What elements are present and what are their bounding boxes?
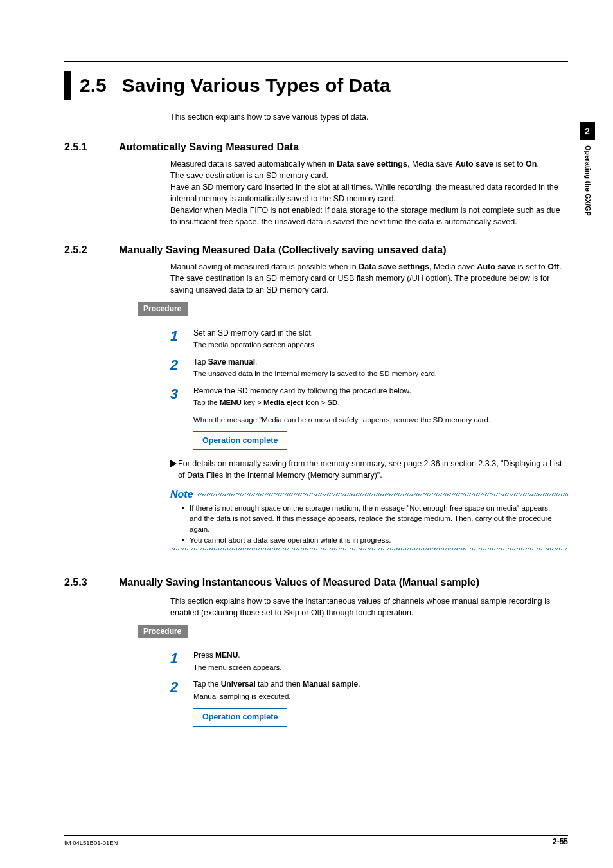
step-subtext: Tap the MENU key > Media eject icon > SD…: [193, 397, 568, 408]
text: Tap: [193, 357, 208, 366]
footer-doc-id: IM 04L51B01-01EN: [64, 838, 118, 847]
step-text: Set an SD memory card in the slot.: [193, 328, 568, 339]
title-accent-bar: [64, 71, 71, 100]
step-number-1: 1: [170, 650, 193, 665]
cross-reference: For details on manually saving from the …: [170, 458, 568, 481]
step-subtext: The unsaved data in the internal memory …: [193, 368, 568, 379]
paragraph: The save destination is an SD memory car…: [170, 170, 568, 181]
text-bold: Manual sample: [303, 680, 358, 689]
chapter-number-badge: 2: [580, 122, 595, 140]
paragraph: Have an SD memory card inserted in the s…: [170, 181, 568, 204]
step-number-2: 2: [170, 679, 193, 694]
procedure-label: Procedure: [138, 302, 188, 316]
title-rule: [64, 61, 568, 62]
text-bold: Auto save: [477, 262, 515, 271]
operation-complete-badge: Operation complete: [193, 708, 287, 726]
text: , Media save: [407, 159, 455, 168]
text: .: [255, 357, 257, 366]
step-subtext: When the message "Media can be removed s…: [193, 415, 568, 426]
section-title: 2.5 Saving Various Types of Data: [64, 71, 568, 100]
step-number-3: 3: [170, 386, 193, 401]
note-label: Note: [170, 487, 193, 502]
note-text: You cannot abort a data save operation w…: [190, 535, 391, 546]
chapter-side-label: Operating the GX/GP: [582, 145, 592, 216]
subsection-number: 2.5.1: [64, 140, 119, 154]
text: .: [337, 399, 339, 406]
operation-complete-badge: Operation complete: [193, 431, 287, 449]
procedure-252-steps: 1 Set an SD memory card in the slot. The…: [170, 328, 568, 450]
text-bold: Data save settings: [359, 262, 429, 271]
text: icon >: [303, 399, 327, 406]
reference-text: For details on manually saving from the …: [178, 458, 568, 481]
note-divider-icon: [197, 493, 568, 496]
text: tab and then: [256, 680, 303, 689]
text: Tap the: [193, 680, 221, 689]
subsection-252-heading: 2.5.2 Manually Saving Measured Data (Col…: [64, 242, 568, 257]
text: key >: [242, 399, 263, 406]
step-text: Tap Save manual.: [193, 357, 568, 368]
triangle-right-icon: [170, 460, 177, 467]
procedure-step: 2 Tap Save manual. The unsaved data in t…: [170, 357, 568, 379]
step-number-2: 2: [170, 357, 193, 372]
step-text: Tap the Universal tab and then Manual sa…: [193, 679, 568, 690]
text: Measured data is saved automatically whe…: [170, 159, 337, 168]
paragraph: Behavior when Media FIFO is not enabled:…: [170, 204, 568, 228]
step-text: Remove the SD memory card by following t…: [193, 386, 568, 397]
text-bold: Universal: [221, 680, 256, 689]
text-bold: MENU: [220, 399, 242, 406]
step-subtext: The media operation screen appears.: [193, 339, 568, 350]
footer-rule: [64, 835, 568, 836]
subsection-251-body: Measured data is saved automatically whe…: [170, 158, 568, 228]
paragraph: The save destination is an SD memory car…: [170, 273, 568, 296]
text: is set to: [515, 262, 547, 271]
text: .: [238, 651, 240, 660]
chapter-side-tab: 2 Operating the GX/GP: [580, 122, 595, 216]
section-number: 2.5: [80, 71, 107, 100]
note-item: • You cannot abort a data save operation…: [182, 535, 564, 546]
bullet-icon: •: [182, 503, 190, 535]
subsection-title: Manually Saving Measured Data (Collectiv…: [119, 242, 447, 257]
subsection-title: Manually Saving Instantaneous Values of …: [119, 575, 568, 590]
text: is set to: [493, 159, 526, 168]
text: Manual saving of measured data is possib…: [170, 262, 359, 271]
paragraph: This section explains how to save the in…: [170, 595, 568, 619]
bullet-icon: •: [182, 535, 190, 546]
procedure-label: Procedure: [138, 625, 188, 638]
text: .: [537, 159, 538, 168]
note-box: Note • If there is not enough space on t…: [170, 489, 568, 551]
procedure-step: 1 Set an SD memory card in the slot. The…: [170, 328, 568, 350]
text: .: [358, 680, 360, 689]
subsection-number: 2.5.2: [64, 242, 119, 257]
subsection-252-body: Manual saving of measured data is possib…: [170, 261, 568, 296]
subsection-253-body: This section explains how to save the in…: [170, 595, 568, 619]
text: Press: [193, 651, 215, 660]
text-bold: Media eject: [263, 399, 303, 406]
procedure-step: 2 Tap the Universal tab and then Manual …: [170, 679, 568, 701]
subsection-251-heading: 2.5.1 Automatically Saving Measured Data: [64, 140, 568, 154]
step-text: Press MENU.: [193, 650, 568, 661]
text-bold: Save manual: [208, 357, 255, 366]
section-intro: This section explains how to save variou…: [170, 111, 568, 123]
text-bold: Auto save: [455, 159, 493, 168]
text-bold: On: [526, 159, 537, 168]
text: Tap the: [193, 399, 220, 406]
footer-page-number: 2-55: [553, 836, 568, 847]
note-item: • If there is not enough space on the st…: [182, 503, 564, 535]
subsection-title: Automatically Saving Measured Data: [119, 140, 299, 154]
text-bold: SD: [327, 399, 337, 406]
procedure-step: 3 Remove the SD memory card by following…: [170, 386, 568, 426]
step-number-1: 1: [170, 328, 193, 343]
procedure-253-steps: 1 Press MENU. The menu screen appears. 2…: [170, 650, 568, 726]
note-text: If there is not enough space on the stor…: [190, 503, 564, 535]
text-bold: MENU: [215, 651, 238, 660]
procedure-step: 1 Press MENU. The menu screen appears.: [170, 650, 568, 673]
section-heading-text: Saving Various Types of Data: [122, 71, 391, 100]
subsection-number: 2.5.3: [64, 575, 119, 590]
text-bold: Data save settings: [337, 159, 407, 168]
text-bold: Off: [547, 262, 559, 271]
step-subtext: Manual sampling is executed.: [193, 691, 568, 702]
step-subtext: The menu screen appears.: [193, 662, 568, 673]
subsection-253-heading: 2.5.3 Manually Saving Instantaneous Valu…: [64, 575, 568, 590]
text: , Media save: [429, 262, 477, 271]
text: .: [559, 262, 561, 271]
